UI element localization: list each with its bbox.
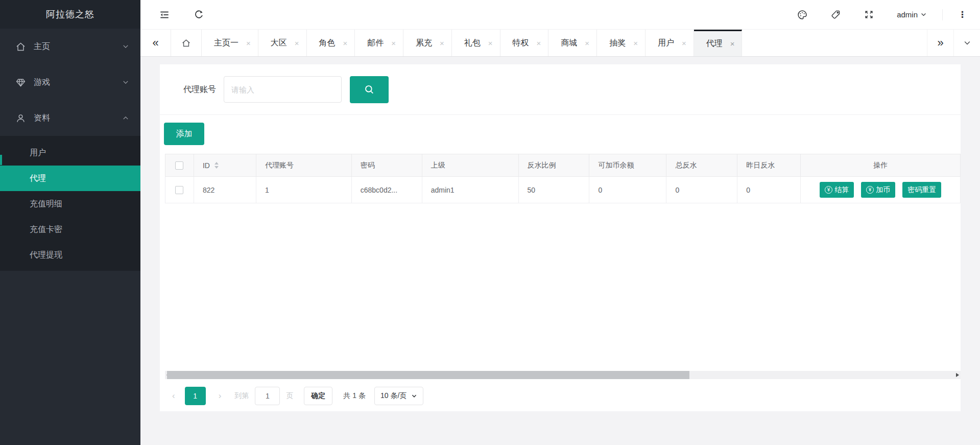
add-coin-button[interactable]: ¥加币 (861, 182, 895, 198)
tab-item[interactable]: 商城× (548, 30, 597, 56)
tab-item[interactable]: 礼包× (452, 30, 500, 56)
sidebar-item-game[interactable]: 游戏 (0, 64, 140, 100)
page-size-value: 10 条/页 (380, 391, 407, 401)
close-tab-icon[interactable]: × (682, 39, 686, 48)
column-header: 代理账号 (256, 154, 352, 176)
topbar-left (140, 9, 204, 20)
sidebar-subitem-agent-withdraw[interactable]: 代理提现 (0, 242, 140, 268)
tab-item[interactable]: 大区× (258, 30, 307, 56)
home-tab-icon[interactable] (171, 30, 202, 56)
sidebar-subitem-recharge-card[interactable]: 充值卡密 (0, 217, 140, 242)
next-page-icon[interactable]: › (214, 391, 226, 401)
column-header: 反水比例 (519, 154, 590, 176)
tab-label: 代理 (706, 38, 723, 49)
table-cell: c68bc0d2... (352, 177, 422, 203)
column-header-label: 代理账号 (265, 161, 294, 170)
yuan-circle-icon: ¥ (866, 186, 874, 194)
table-cell: 0 (737, 177, 801, 203)
tab-item[interactable]: 特权× (500, 30, 549, 56)
close-tab-icon[interactable]: × (585, 39, 589, 48)
chevron-up-icon (122, 114, 129, 122)
select-all-header (165, 154, 194, 176)
sidebar-subitem-label: 充值卡密 (30, 224, 62, 235)
tabbar-right: » (927, 30, 980, 56)
tabbar: « 主页一×大区×角色×邮件×累充×礼包×特权×商城×抽奖×用户×代理× » (140, 30, 980, 57)
page-size-select[interactable]: 10 条/页 (374, 387, 423, 405)
tab-item[interactable]: 用户× (646, 30, 694, 56)
horizontal-scrollbar[interactable] (165, 371, 961, 379)
settle-button[interactable]: ¥结算 (820, 182, 854, 198)
scroll-right-arrow-icon[interactable] (956, 373, 959, 377)
admin-menu[interactable]: admin (897, 10, 927, 19)
tab-item[interactable]: 邮件× (355, 30, 403, 56)
refresh-icon[interactable] (194, 9, 204, 20)
close-tab-icon[interactable]: × (537, 39, 541, 48)
active-submenu-indicator (0, 155, 2, 165)
tab-item[interactable]: 抽奖× (597, 30, 646, 56)
tab-item[interactable]: 角色× (307, 30, 355, 56)
palette-icon[interactable] (797, 9, 808, 20)
select-all-checkbox[interactable] (175, 161, 183, 170)
topbar-right: admin ⋮ (797, 9, 980, 20)
prev-page-icon[interactable]: ‹ (168, 391, 179, 401)
close-tab-icon[interactable]: × (440, 39, 444, 48)
chevron-down-icon (122, 43, 129, 50)
tab-menu-chevron-icon[interactable] (953, 30, 980, 56)
yuan-circle-icon: ¥ (825, 186, 832, 194)
menu-toggle-icon[interactable] (159, 9, 170, 20)
tab-item[interactable]: 主页一× (202, 30, 258, 56)
app-title: 阿拉德之怒 (0, 0, 140, 29)
sidebar-submenu: 用户代理充值明细充值卡密代理提现 (0, 136, 140, 271)
close-tab-icon[interactable]: × (295, 39, 299, 48)
goto-page-label: 到第 (234, 391, 249, 401)
topbar: admin ⋮ (140, 0, 980, 30)
table-cell: admin1 (422, 177, 519, 203)
row-checkbox[interactable] (175, 186, 183, 194)
tab-item[interactable]: 累充× (403, 30, 452, 56)
sort-icon[interactable] (214, 162, 219, 169)
game-icon (15, 77, 26, 88)
collapse-tabs-icon[interactable]: « (140, 30, 171, 56)
sidebar-subitem-users[interactable]: 用户 (0, 140, 140, 166)
more-vertical-icon[interactable]: ⋮ (958, 9, 967, 20)
search-input[interactable] (224, 76, 342, 103)
sidebar-subitem-recharge-detail[interactable]: 充值明细 (0, 191, 140, 217)
sidebar-item-profile[interactable]: 资料 (0, 100, 140, 136)
close-tab-icon[interactable]: × (488, 39, 493, 48)
close-tab-icon[interactable]: × (391, 39, 396, 48)
sidebar-subitem-agent[interactable]: 代理 (0, 166, 140, 191)
sidebar-item-home[interactable]: 主页 (0, 29, 140, 64)
row-select-cell (165, 177, 194, 203)
confirm-page-button[interactable]: 确定 (304, 387, 332, 405)
close-tab-icon[interactable]: × (730, 39, 735, 48)
expand-tabs-icon[interactable]: » (927, 30, 953, 56)
sidebar-nav: 主页游戏资料用户代理充值明细充值卡密代理提现 (0, 29, 140, 271)
current-page-button[interactable]: 1 (185, 387, 206, 405)
close-tab-icon[interactable]: × (246, 39, 251, 48)
fullscreen-icon[interactable] (864, 9, 874, 20)
tab-label: 用户 (658, 38, 674, 49)
tab-list: 主页一×大区×角色×邮件×累充×礼包×特权×商城×抽奖×用户×代理× (202, 30, 742, 56)
sidebar-subitem-label: 代理提现 (30, 250, 62, 261)
chevron-down-icon (920, 11, 927, 18)
sidebar-subitem-label: 代理 (30, 173, 46, 184)
column-header: 昨日反水 (737, 154, 801, 176)
tag-icon[interactable] (830, 9, 841, 20)
table-cell: 0 (589, 177, 666, 203)
scrollbar-thumb[interactable] (167, 371, 689, 379)
search-button[interactable] (350, 76, 389, 103)
tab-label: 特权 (513, 38, 529, 49)
chevron-down-icon (411, 393, 417, 399)
table-cell: 0 (666, 177, 737, 203)
reset-password-button[interactable]: 密码重置 (902, 182, 941, 198)
close-tab-icon[interactable]: × (343, 39, 348, 48)
tab-label: 抽奖 (609, 38, 626, 49)
profile-icon (15, 113, 26, 124)
tab-label: 累充 (416, 38, 432, 49)
close-tab-icon[interactable]: × (633, 39, 638, 48)
column-header: 操作 (801, 154, 961, 176)
agents-table: ID代理账号密码上级反水比例可加币余额总反水昨日反水操作 8221c68bc0d… (165, 154, 961, 203)
page-number-input[interactable] (255, 387, 280, 405)
add-button[interactable]: 添加 (164, 123, 204, 145)
tab-item[interactable]: 代理× (694, 30, 743, 56)
